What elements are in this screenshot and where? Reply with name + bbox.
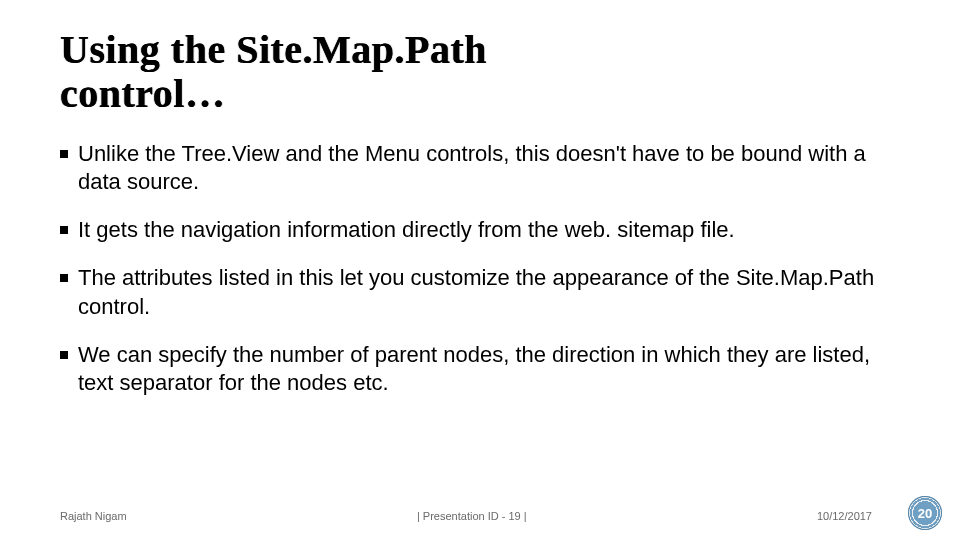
bullet-item: Unlike the Tree.View and the Menu contro… bbox=[60, 140, 900, 196]
bullet-text: Unlike the Tree.View and the Menu contro… bbox=[78, 141, 866, 194]
bullet-text: It gets the navigation information direc… bbox=[78, 217, 735, 242]
bullet-item: We can specify the number of parent node… bbox=[60, 341, 900, 397]
page-number: 20 bbox=[918, 506, 932, 521]
slide-footer: Rajath Nigam | Presentation ID - 19 | 10… bbox=[0, 510, 960, 522]
slide-title: Using the Site.Map.Path control… bbox=[60, 28, 900, 116]
page-number-badge: 20 bbox=[908, 496, 942, 530]
bullet-item: It gets the navigation information direc… bbox=[60, 216, 900, 244]
footer-author: Rajath Nigam bbox=[60, 510, 127, 522]
title-line-2: control… bbox=[60, 71, 225, 116]
title-line-1: Using the Site.Map.Path bbox=[60, 27, 487, 72]
slide: Using the Site.Map.Path control… Unlike … bbox=[0, 0, 960, 540]
bullet-text: The attributes listed in this let you cu… bbox=[78, 265, 874, 318]
footer-presentation-id: | Presentation ID - 19 | bbox=[127, 510, 817, 522]
bullet-list: Unlike the Tree.View and the Menu contro… bbox=[60, 140, 900, 397]
footer-date: 10/12/2017 bbox=[817, 510, 872, 522]
bullet-text: We can specify the number of parent node… bbox=[78, 342, 870, 395]
bullet-item: The attributes listed in this let you cu… bbox=[60, 264, 900, 320]
